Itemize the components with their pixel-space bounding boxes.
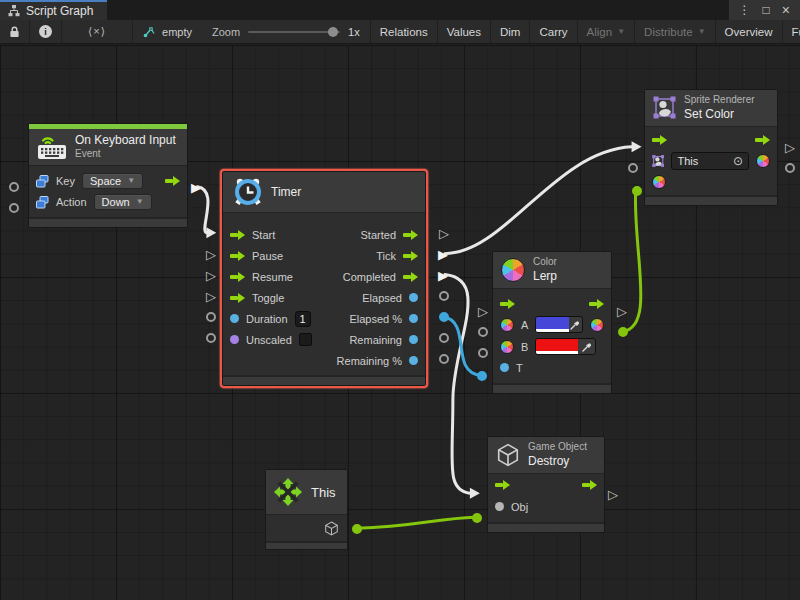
timer-elapsed-out-port[interactable] (439, 291, 449, 301)
timer-remaining-percent-out-port[interactable] (439, 354, 449, 364)
flow-out-arrow[interactable] (403, 272, 418, 282)
object-picker-icon[interactable]: ⊙ (733, 154, 743, 168)
value-port[interactable] (409, 356, 418, 365)
node-color-lerp[interactable]: Color Lerp A (492, 251, 612, 394)
kebab-menu-icon[interactable]: ⋮ (739, 4, 751, 16)
node-header[interactable]: Color Lerp (493, 252, 611, 289)
color-port-icon[interactable] (500, 318, 514, 332)
trigger-out-arrow[interactable] (165, 176, 180, 186)
flow-out-arrow[interactable] (755, 135, 770, 145)
graph-reference[interactable]: empty (133, 20, 202, 43)
node-header[interactable]: Game Object Destroy (488, 437, 604, 474)
flow-in-arrow[interactable] (230, 230, 245, 240)
node-header[interactable]: Timer (223, 172, 425, 213)
destroy-flow-out-port[interactable]: ▷ (608, 488, 618, 501)
value-port[interactable] (500, 363, 509, 372)
flow-in-arrow[interactable] (652, 135, 667, 145)
color-a-swatch[interactable] (536, 317, 569, 332)
flow-in-arrow[interactable] (230, 293, 245, 303)
overview-button[interactable]: Overview (715, 20, 782, 43)
lerp-a-in-port[interactable] (478, 327, 488, 337)
timer-unscaled-in-port[interactable] (206, 333, 216, 343)
color-out-icon[interactable] (756, 154, 770, 168)
color-a-field[interactable] (535, 316, 583, 333)
close-icon[interactable]: × (782, 3, 790, 17)
color-port-icon[interactable] (500, 340, 514, 354)
node-this[interactable]: This (265, 469, 348, 550)
timer-completed-out-port[interactable]: ▶ (438, 269, 448, 282)
timer-tick-out-port[interactable]: ▶ (438, 248, 448, 261)
eyedropper-icon[interactable] (578, 342, 595, 352)
sprite-value-out-port[interactable] (785, 163, 795, 173)
lerp-b-in-port[interactable] (478, 348, 488, 358)
action-dropdown[interactable]: Down▼ (94, 194, 152, 210)
timer-started-out-port[interactable]: ▷ (439, 227, 449, 240)
node-sprite-renderer-set-color[interactable]: Sprite Renderer Set Color (644, 89, 778, 206)
kb-trigger-out-port[interactable]: ▶ (191, 181, 201, 194)
sprite-target-in-port[interactable] (628, 163, 638, 173)
duration-input[interactable]: 1 (295, 311, 311, 327)
timer-remaining-out-port[interactable] (439, 333, 449, 343)
lerp-flow-in-port[interactable]: ▷ (478, 305, 488, 318)
node-header[interactable]: On Keyboard Input Event (29, 129, 187, 166)
kb-action-in-port[interactable] (9, 203, 19, 213)
zoom-slider-handle[interactable] (328, 27, 338, 37)
flow-in-arrow[interactable] (230, 272, 245, 282)
value-port[interactable] (409, 335, 418, 344)
value-port[interactable] (409, 314, 418, 323)
flow-out-arrow[interactable] (403, 251, 418, 261)
carry-button[interactable]: Carry (529, 20, 576, 43)
color-in-icon[interactable] (652, 175, 666, 189)
flow-out-arrow[interactable] (582, 480, 597, 490)
timer-elapsed-percent-out-port[interactable] (439, 312, 449, 322)
value-port[interactable] (230, 335, 239, 344)
timer-pause-in-port[interactable]: ▷ (206, 248, 216, 261)
value-port[interactable] (409, 293, 418, 302)
flow-out-arrow[interactable] (403, 230, 418, 240)
lerp-result-out-port[interactable] (618, 327, 628, 337)
dim-button[interactable]: Dim (490, 20, 529, 43)
lerp-flow-out-port[interactable]: ▷ (617, 305, 627, 318)
game-object-cube-icon[interactable] (324, 521, 339, 536)
tab-script-graph[interactable]: Script Graph (0, 0, 107, 20)
inspect-button[interactable]: i (30, 20, 62, 43)
relations-button[interactable]: Relations (370, 20, 437, 43)
maximize-icon[interactable]: □ (763, 4, 770, 16)
color-b-field[interactable] (535, 338, 596, 355)
color-b-swatch[interactable] (536, 339, 578, 354)
eyedropper-icon[interactable] (569, 320, 582, 330)
sprite-flow-out-port[interactable]: ▷ (785, 141, 795, 154)
destroy-obj-in-port[interactable] (472, 513, 482, 523)
full-screen-button[interactable]: Full Screen (782, 20, 800, 43)
chevron-down-icon: ▼ (698, 28, 706, 36)
sprite-color-in-port[interactable] (632, 186, 642, 196)
zoom-slider[interactable] (248, 31, 340, 33)
unscaled-checkbox[interactable] (299, 333, 312, 346)
kb-key-in-port[interactable] (9, 182, 19, 192)
node-on-keyboard-input[interactable]: On Keyboard Input Event Key Space▼ (28, 123, 188, 228)
this-game-object-out-port[interactable] (352, 524, 362, 534)
lerp-t-in-port[interactable] (477, 371, 487, 381)
value-port[interactable] (230, 314, 239, 323)
value-port[interactable] (495, 502, 504, 511)
values-button[interactable]: Values (437, 20, 490, 43)
node-timer[interactable]: Timer Start Started Pause Tick Resume Co… (222, 171, 426, 386)
flow-in-arrow[interactable] (500, 299, 515, 309)
lock-button[interactable] (0, 20, 30, 43)
flow-in-arrow[interactable] (230, 251, 245, 261)
code-view-button[interactable]: ⟨×⟩ (62, 20, 133, 43)
key-dropdown[interactable]: Space▼ (82, 173, 143, 189)
target-object-field[interactable]: This ⊙ (671, 152, 749, 170)
flow-out-arrow[interactable] (589, 299, 604, 309)
timer-duration-in-port[interactable] (206, 312, 216, 322)
graph-canvas[interactable]: On Keyboard Input Event Key Space▼ (0, 45, 800, 600)
node-game-object-destroy[interactable]: Game Object Destroy Obj (487, 436, 605, 533)
flow-in-arrow[interactable] (495, 480, 510, 490)
timer-resume-in-port[interactable]: ▷ (206, 269, 216, 282)
distribute-button[interactable]: Distribute▼ (634, 20, 715, 43)
node-header[interactable]: This (266, 470, 347, 515)
color-out-icon[interactable] (590, 318, 604, 332)
align-button[interactable]: Align▼ (577, 20, 635, 43)
timer-toggle-in-port[interactable]: ▷ (206, 290, 216, 303)
node-header[interactable]: Sprite Renderer Set Color (645, 90, 777, 127)
